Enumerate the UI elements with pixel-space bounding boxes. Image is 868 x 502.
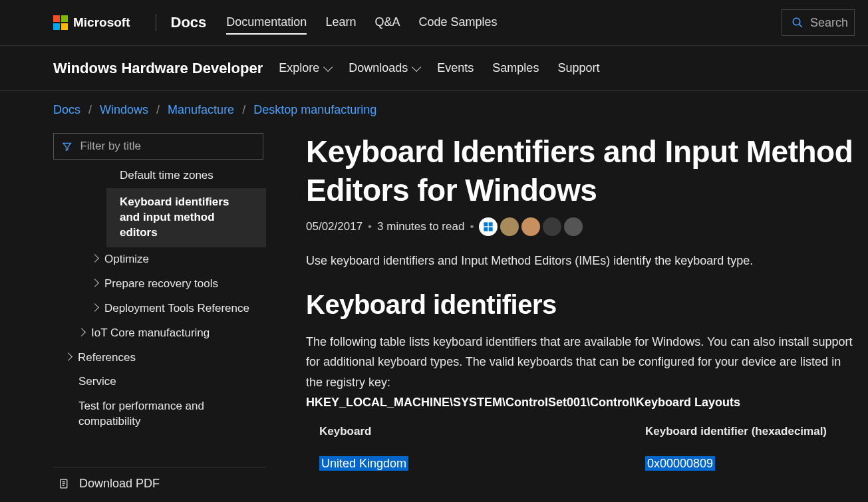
- search-icon: [792, 17, 803, 29]
- nav-code-samples[interactable]: Code Samples: [418, 11, 497, 35]
- nav-documentation[interactable]: Documentation: [226, 11, 307, 35]
- cell-identifier: 0x00000809: [645, 456, 715, 471]
- breadcrumb-docs[interactable]: Docs: [53, 103, 80, 117]
- table-header-row: Keyboard Keyboard identifier (hexadecima…: [319, 425, 859, 438]
- toc-item-optimize[interactable]: Optimize: [53, 247, 266, 272]
- article-content: Keyboard Identifiers and Input Method Ed…: [266, 133, 868, 502]
- article-meta: 05/02/2017 • 3 minutes to read •: [306, 217, 859, 236]
- svg-rect-7: [489, 222, 493, 226]
- registry-key: HKEY_LOCAL_MACHINE\SYSTEM\ControlSet001\…: [306, 396, 740, 409]
- breadcrumb-manufacture[interactable]: Manufacture: [168, 103, 234, 117]
- product-header: Windows Hardware Developer Explore Downl…: [0, 46, 868, 91]
- cell-keyboard: United Kingdom: [319, 456, 408, 471]
- avatar: [564, 217, 583, 236]
- toc-filter-input[interactable]: [80, 140, 255, 153]
- avatar: [543, 217, 561, 236]
- subnav-samples[interactable]: Samples: [492, 61, 539, 75]
- subnav-downloads[interactable]: Downloads: [349, 61, 418, 75]
- avatar: [479, 217, 498, 236]
- table-row: United Kingdom 0x00000809: [319, 457, 859, 471]
- meta-separator: •: [470, 220, 474, 233]
- subnav-support[interactable]: Support: [557, 61, 599, 75]
- subnav-explore[interactable]: Explore: [279, 61, 330, 75]
- svg-rect-6: [484, 222, 488, 226]
- subnav-events[interactable]: Events: [437, 61, 474, 75]
- article-intro: Use keyboard identifiers and Input Metho…: [306, 251, 859, 271]
- breadcrumb-separator: /: [88, 103, 92, 117]
- table-header-identifier: Keyboard identifier (hexadecimal): [645, 425, 859, 438]
- docs-brand[interactable]: Docs: [171, 14, 207, 31]
- product-nav: Explore Downloads Events Samples Support: [279, 61, 599, 75]
- chevron-down-icon: [412, 62, 421, 71]
- breadcrumb-separator: /: [242, 103, 245, 117]
- microsoft-brand-text: Microsoft: [73, 15, 130, 30]
- filter-icon: [62, 141, 72, 152]
- breadcrumb: Docs / Windows / Manufacture / Desktop m…: [0, 91, 868, 124]
- windows-icon: [483, 221, 494, 232]
- main-layout: Default time zones Keyboard identifiers …: [0, 124, 868, 500]
- toc-filter[interactable]: [53, 133, 263, 160]
- download-pdf-icon: [59, 478, 70, 489]
- breadcrumb-windows[interactable]: Windows: [100, 103, 148, 117]
- keyboard-identifiers-table: Keyboard Keyboard identifier (hexadecima…: [306, 425, 859, 471]
- search-input[interactable]: [810, 16, 850, 30]
- article-date: 05/02/2017: [306, 220, 362, 233]
- toc-item-iot-core[interactable]: IoT Core manufacturing: [53, 321, 266, 346]
- toc-sidebar: Default time zones Keyboard identifiers …: [53, 133, 266, 500]
- nav-learn[interactable]: Learn: [325, 11, 356, 35]
- global-header: Microsoft Docs Documentation Learn Q&A C…: [0, 0, 868, 46]
- toc-item-service[interactable]: Service: [53, 370, 266, 394]
- product-title: Windows Hardware Developer: [53, 60, 263, 77]
- download-pdf-label: Download PDF: [79, 477, 160, 491]
- toc-item-prepare-recovery[interactable]: Prepare recovery tools: [53, 272, 266, 297]
- avatar: [500, 217, 519, 236]
- global-search[interactable]: [782, 9, 855, 36]
- toc-item-default-time-zones[interactable]: Default time zones: [53, 164, 266, 188]
- avatar: [521, 217, 540, 236]
- contributor-avatars[interactable]: [479, 217, 583, 236]
- svg-point-0: [793, 18, 800, 25]
- toc-item-deployment-tools[interactable]: Deployment Tools Reference: [53, 297, 266, 321]
- svg-rect-9: [489, 227, 493, 231]
- nav-qa[interactable]: Q&A: [374, 11, 400, 35]
- section-body: The following table lists keyboard ident…: [306, 332, 859, 413]
- section-heading: Keyboard identifiers: [306, 290, 859, 320]
- header-divider: [156, 14, 156, 31]
- breadcrumb-separator: /: [156, 103, 160, 117]
- microsoft-logo-icon: [53, 15, 68, 30]
- global-nav: Documentation Learn Q&A Code Samples: [226, 11, 497, 35]
- toc-tree[interactable]: Default time zones Keyboard identifiers …: [53, 164, 266, 467]
- microsoft-logo[interactable]: Microsoft: [53, 15, 130, 30]
- toc-item-test-performance[interactable]: Test for performance and compatibility: [53, 394, 266, 434]
- page-title: Keyboard Identifiers and Input Method Ed…: [306, 133, 859, 209]
- toc-item-references[interactable]: References: [53, 346, 266, 370]
- article-read-time: 3 minutes to read: [377, 220, 464, 233]
- toc-item-keyboard-identifiers[interactable]: Keyboard identifiers and input method ed…: [106, 188, 266, 247]
- chevron-down-icon: [323, 62, 333, 71]
- svg-line-1: [799, 24, 802, 27]
- breadcrumb-desktop-manufacturing[interactable]: Desktop manufacturing: [253, 103, 376, 117]
- meta-separator: •: [368, 220, 372, 233]
- svg-rect-8: [484, 227, 488, 231]
- table-header-keyboard: Keyboard: [319, 425, 645, 438]
- download-pdf-button[interactable]: Download PDF: [53, 467, 266, 500]
